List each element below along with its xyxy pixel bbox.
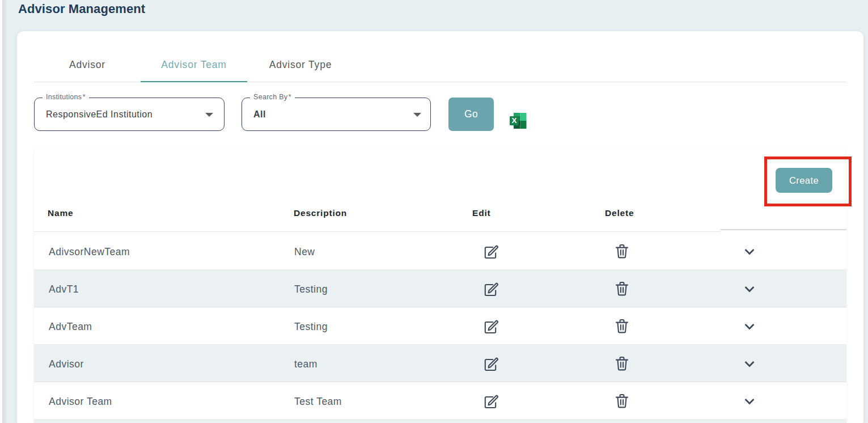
svg-text:X: X [511, 116, 516, 125]
